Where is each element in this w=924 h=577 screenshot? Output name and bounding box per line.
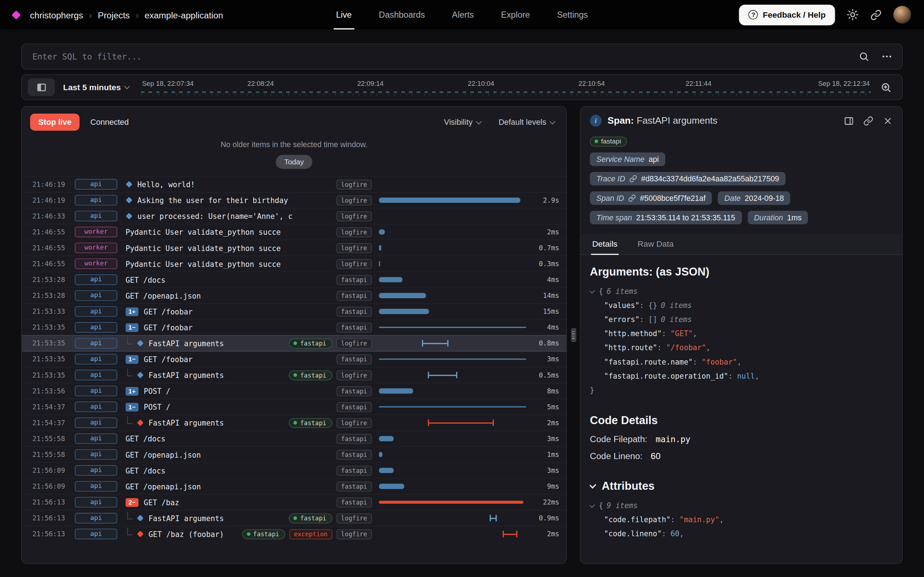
scope-tag-fastapi[interactable]: fastapi xyxy=(336,402,372,412)
open-panel-icon[interactable] xyxy=(844,116,854,126)
scope-tag-fastapi[interactable]: fastapi xyxy=(336,434,372,443)
tab-details[interactable]: Details xyxy=(591,233,619,255)
log-row[interactable]: 21:46:55workerPydantic User validate_pyt… xyxy=(22,256,566,272)
children-count-badge[interactable]: 1+ xyxy=(126,387,139,395)
log-row[interactable]: 21:56:13api2−GET /bazfastapi22ms xyxy=(22,494,566,510)
attributes-heading[interactable]: Attributes xyxy=(590,480,893,493)
tag-fastapi[interactable]: fastapi xyxy=(289,370,333,380)
scope-tag-logfire[interactable]: logfire xyxy=(336,370,372,380)
collapse-icon[interactable] xyxy=(590,287,595,293)
service-tag[interactable]: api xyxy=(75,354,117,364)
scope-tag-fastapi[interactable]: fastapi xyxy=(336,322,372,332)
more-options-icon[interactable] xyxy=(881,50,893,62)
tag-fastapi[interactable]: fastapi xyxy=(242,529,285,539)
share-link-icon[interactable] xyxy=(870,9,881,20)
scope-tag-logfire[interactable]: logfire xyxy=(336,529,372,539)
children-count-badge[interactable]: 1+ xyxy=(126,307,139,316)
log-row[interactable]: 21:53:35api1−GET /foobarfastapi4ms xyxy=(22,319,566,335)
service-tag[interactable]: api xyxy=(75,401,117,412)
log-row[interactable]: 21:56:09apiGET /openapi.jsonfastapi9ms xyxy=(22,478,566,494)
service-tag[interactable]: api xyxy=(75,195,117,205)
scope-tag-fastapi[interactable]: fastapi xyxy=(336,450,372,460)
service-tag[interactable]: api xyxy=(75,481,117,492)
children-count-badge[interactable]: 2− xyxy=(126,498,139,506)
tag-fastapi[interactable]: fastapi xyxy=(590,136,627,147)
nav-item-live[interactable]: Live xyxy=(336,0,352,29)
log-row[interactable]: 21:53:56api1+POST /fastapi8ms xyxy=(22,383,566,398)
breadcrumb-item[interactable]: example-application xyxy=(144,10,223,20)
scope-tag-fastapi[interactable]: fastapi xyxy=(336,466,372,475)
tab-raw-data[interactable]: Raw Data xyxy=(636,233,675,254)
log-row[interactable]: 21:56:13apiGET /baz (foobar)fastapiexcep… xyxy=(22,526,566,542)
service-tag[interactable]: api xyxy=(75,497,117,508)
log-row[interactable]: 21:56:13apiFastAPI argumentsfastapilogfi… xyxy=(22,510,566,526)
copy-link-icon[interactable] xyxy=(863,116,874,126)
timeline[interactable]: Sep 18, 22:07:3422:08:2422:09:1422:10:04… xyxy=(140,75,872,100)
log-row[interactable]: 21:56:09apiGET /docsfastapi3ms xyxy=(22,462,566,478)
service-tag[interactable]: worker xyxy=(75,259,117,269)
theme-toggle-icon[interactable] xyxy=(847,9,859,21)
log-row[interactable]: 21:46:19apiAsking the user for their bir… xyxy=(22,192,566,208)
scope-tag-logfire[interactable]: logfire xyxy=(336,195,372,205)
log-row[interactable]: 21:53:28apiGET /docsfastapi4ms xyxy=(22,272,566,287)
tag-fastapi[interactable]: fastapi xyxy=(289,513,333,523)
log-row[interactable]: 21:46:19apiHello, world!logfire xyxy=(22,176,566,192)
time-range-select[interactable]: Last 5 minutes xyxy=(63,82,129,92)
scope-tag-fastapi[interactable]: fastapi xyxy=(336,306,372,317)
scope-tag-fastapi[interactable]: fastapi xyxy=(336,275,372,285)
scope-tag-logfire[interactable]: logfire xyxy=(336,211,372,221)
service-tag[interactable]: api xyxy=(75,385,117,396)
sql-filter-input[interactable] xyxy=(31,51,847,62)
log-row[interactable]: 21:46:55workerPydantic User validate_pyt… xyxy=(22,224,566,239)
user-avatar[interactable] xyxy=(893,6,911,23)
close-icon[interactable] xyxy=(883,116,893,126)
breadcrumb-item[interactable]: Projects xyxy=(98,10,129,20)
scope-tag-logfire[interactable]: logfire xyxy=(336,179,372,189)
feedback-help-button[interactable]: ? Feedback / Help xyxy=(739,4,835,25)
scope-tag-fastapi[interactable]: fastapi xyxy=(336,354,372,364)
service-tag[interactable]: api xyxy=(75,449,117,460)
service-tag[interactable]: api xyxy=(75,274,117,285)
scope-tag-fastapi[interactable]: fastapi xyxy=(336,291,372,301)
service-tag[interactable]: api xyxy=(75,434,117,444)
log-row[interactable]: 21:53:35api1−GET /foobarfastapi3ms xyxy=(22,351,566,367)
tag-exception[interactable]: exception xyxy=(289,529,332,539)
breadcrumb-item[interactable]: christophergs xyxy=(30,10,83,20)
children-count-badge[interactable]: 1− xyxy=(126,355,139,364)
service-tag[interactable]: api xyxy=(75,529,117,539)
scope-tag-fastapi[interactable]: fastapi xyxy=(336,386,372,396)
log-row[interactable]: 21:55:58apiGET /docsfastapi3ms xyxy=(22,430,566,446)
scope-tag-fastapi[interactable]: fastapi xyxy=(336,482,372,492)
service-tag[interactable]: api xyxy=(75,211,117,221)
nav-item-dashboards[interactable]: Dashboards xyxy=(379,0,425,29)
service-tag[interactable]: api xyxy=(75,513,117,523)
span-id-pill[interactable]: Span ID #5008bce5f7fe21af xyxy=(590,191,712,205)
tag-fastapi[interactable]: fastapi xyxy=(289,417,333,428)
scope-tag-logfire[interactable]: logfire xyxy=(336,243,372,253)
nav-item-explore[interactable]: Explore xyxy=(501,0,530,29)
log-row[interactable]: 21:46:33apiuser processed: User(name='An… xyxy=(22,208,566,224)
log-row[interactable]: 21:53:28apiGET /openapi.jsonfastapi14ms xyxy=(22,287,566,303)
service-tag[interactable]: api xyxy=(75,465,117,475)
scope-tag-logfire[interactable]: logfire xyxy=(336,259,372,269)
scope-tag-logfire[interactable]: logfire xyxy=(336,417,372,428)
default-levels-dropdown[interactable]: Default levels xyxy=(498,118,554,127)
log-row[interactable]: 21:53:35apiFastAPI argumentsfastapilogfi… xyxy=(22,367,566,383)
log-row[interactable]: 21:46:55workerPydantic User validate_pyt… xyxy=(22,239,566,255)
service-tag[interactable]: api xyxy=(75,370,117,380)
scope-tag-logfire[interactable]: logfire xyxy=(336,513,372,523)
children-count-badge[interactable]: 1− xyxy=(126,323,139,332)
log-row[interactable]: 21:54:37apiFastAPI argumentsfastapilogfi… xyxy=(22,414,566,430)
service-tag[interactable]: api xyxy=(75,290,117,301)
zoom-in-icon[interactable] xyxy=(880,82,892,93)
service-tag[interactable]: worker xyxy=(75,227,117,237)
tag-fastapi[interactable]: fastapi xyxy=(289,338,333,348)
service-tag[interactable]: api xyxy=(75,417,117,428)
collapse-icon[interactable] xyxy=(590,501,595,508)
nav-item-settings[interactable]: Settings xyxy=(557,0,588,29)
panel-toggle-button[interactable] xyxy=(28,78,55,96)
search-icon[interactable] xyxy=(859,51,869,62)
service-tag[interactable]: api xyxy=(75,322,117,332)
service-tag[interactable]: api xyxy=(75,179,117,189)
log-row[interactable]: 21:53:33api1+GET /foobarfastapi15ms xyxy=(22,303,566,319)
